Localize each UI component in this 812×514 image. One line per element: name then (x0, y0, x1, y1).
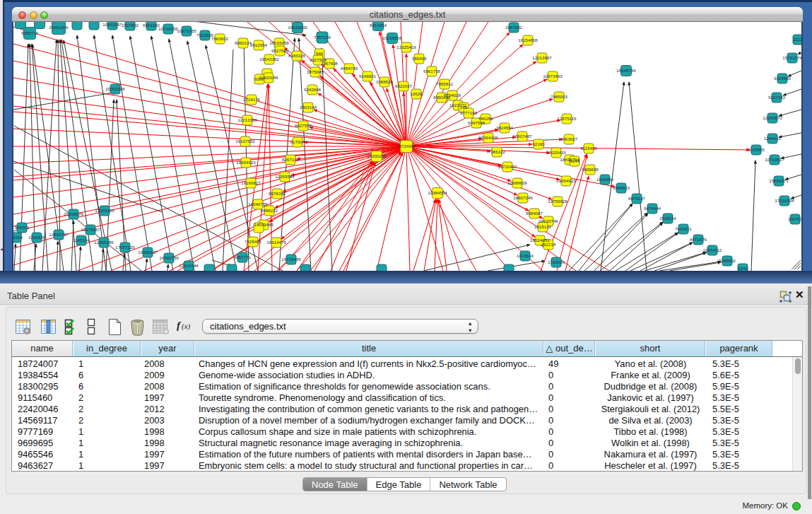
svg-text:2087682: 2087682 (505, 25, 523, 30)
svg-text:12905185: 12905185 (94, 240, 114, 245)
svg-text:9245652: 9245652 (719, 258, 736, 263)
svg-text:1413614: 1413614 (517, 253, 534, 258)
svg-text:18300295: 18300295 (367, 153, 387, 158)
svg-text:9242848: 9242848 (304, 87, 322, 92)
svg-text:1615132: 1615132 (534, 224, 552, 229)
svg-text:13626: 13626 (410, 91, 423, 96)
svg-text:20206578: 20206578 (64, 211, 83, 216)
svg-text:12093872: 12093872 (763, 115, 782, 120)
svg-text:20053346: 20053346 (105, 86, 125, 91)
svg-text:9657771: 9657771 (234, 255, 252, 259)
svg-text:62160: 62160 (532, 141, 545, 146)
svg-text:20364436: 20364436 (478, 135, 498, 140)
svg-text:(x): (x) (182, 322, 191, 331)
svg-text:19654923: 19654923 (556, 178, 576, 183)
svg-text:8660124: 8660124 (235, 40, 252, 45)
svg-text:8267130: 8267130 (282, 157, 300, 162)
svg-text:18226058: 18226058 (269, 40, 289, 45)
svg-text:10120746: 10120746 (539, 218, 558, 223)
svg-text:17359924: 17359924 (95, 208, 114, 213)
svg-text:19756928: 19756928 (548, 199, 567, 204)
svg-text:20691406: 20691406 (49, 25, 69, 30)
svg-text:10046755: 10046755 (248, 201, 268, 206)
svg-text:9227343: 9227343 (768, 95, 786, 100)
svg-text:10688609: 10688609 (507, 180, 527, 185)
svg-text:39154: 39154 (13, 235, 23, 240)
svg-text:10958107: 10958107 (138, 250, 158, 255)
svg-text:16107552: 16107552 (235, 139, 255, 144)
svg-text:10710617: 10710617 (765, 157, 784, 162)
svg-text:1145194: 1145194 (73, 238, 90, 243)
svg-text:2367608: 2367608 (321, 61, 339, 66)
svg-text:746266: 746266 (478, 116, 493, 121)
svg-text:10719155: 10719155 (158, 26, 178, 31)
svg-text:3824554: 3824554 (496, 125, 514, 130)
svg-text:6794028: 6794028 (444, 93, 461, 98)
svg-text:8186326: 8186326 (288, 53, 306, 58)
svg-text:16914479: 16914479 (266, 240, 286, 245)
svg-text:7357224: 7357224 (314, 35, 331, 40)
svg-text:9146821: 9146821 (359, 74, 377, 78)
svg-text:16648784: 16648784 (616, 68, 636, 73)
svg-text:9527505: 9527505 (271, 48, 289, 53)
svg-text:7386322: 7386322 (488, 149, 506, 154)
svg-text:8215955: 8215955 (748, 147, 765, 152)
svg-text:18724007: 18724007 (396, 144, 416, 148)
svg-text:19166827: 19166827 (241, 180, 261, 185)
svg-text:546: 546 (316, 51, 324, 56)
svg-text:19218506: 19218506 (382, 35, 402, 40)
svg-text:16154808: 16154808 (518, 37, 538, 42)
svg-text:15720407: 15720407 (498, 164, 517, 169)
svg-text:9055714: 9055714 (21, 30, 39, 35)
svg-text:1244415: 1244415 (764, 136, 782, 141)
svg-text:10973493: 10973493 (543, 74, 563, 78)
svg-text:19718485: 19718485 (281, 257, 301, 262)
svg-text:7625402: 7625402 (245, 239, 262, 244)
svg-text:14099489: 14099489 (254, 222, 273, 227)
svg-text:9115460: 9115460 (580, 146, 597, 151)
svg-text:3875685: 3875685 (307, 69, 324, 74)
svg-text:12942757: 12942757 (49, 232, 69, 237)
svg-text:8958923: 8958923 (613, 185, 630, 190)
svg-text:18807249: 18807249 (513, 195, 533, 200)
svg-text:10807487: 10807487 (512, 134, 532, 139)
svg-text:8427552: 8427552 (295, 123, 312, 128)
svg-text:f: f (177, 320, 182, 331)
svg-text:252214: 252214 (541, 242, 556, 247)
svg-text:9244: 9244 (570, 158, 579, 163)
svg-text:9290: 9290 (254, 76, 264, 81)
svg-text:9329966: 9329966 (774, 76, 792, 81)
svg-text:10654112: 10654112 (702, 247, 722, 252)
svg-text:9084067: 9084067 (526, 211, 543, 216)
svg-text:1112: 1112 (794, 37, 801, 42)
svg-text:6966160: 6966160 (143, 23, 160, 28)
svg-text:15892971: 15892971 (769, 178, 789, 183)
svg-text:6961758: 6961758 (423, 69, 441, 74)
svg-text:16782759: 16782759 (159, 255, 179, 260)
svg-text:1527602: 1527602 (122, 23, 139, 28)
svg-text:917004: 917004 (290, 139, 305, 144)
svg-text:2803144: 2803144 (300, 105, 317, 110)
svg-text:186409: 186409 (412, 56, 427, 61)
svg-text:9777169: 9777169 (460, 110, 478, 115)
svg-text:12923448: 12923448 (179, 263, 199, 268)
svg-text:13325419: 13325419 (396, 45, 416, 49)
svg-text:12975115: 12975115 (557, 116, 577, 121)
svg-text:17016504: 17016504 (775, 198, 794, 203)
svg-text:2718176: 2718176 (243, 97, 261, 102)
svg-text:19384554: 19384554 (428, 190, 447, 195)
svg-text:7663822: 7663822 (211, 36, 229, 41)
svg-text:16543382: 16543382 (259, 57, 279, 62)
svg-text:9699695: 9699695 (582, 167, 599, 172)
svg-text:12213967: 12213967 (532, 55, 552, 60)
svg-text:12355594: 12355594 (275, 174, 295, 179)
svg-text:9474444: 9474444 (644, 206, 661, 211)
svg-text:945051: 945051 (15, 225, 30, 230)
svg-text:8912954: 8912954 (250, 42, 268, 47)
svg-text:9463627: 9463627 (560, 136, 578, 141)
svg-text:7485003: 7485003 (551, 94, 568, 99)
svg-text:10975867: 10975867 (81, 227, 100, 232)
svg-text:7632621: 7632621 (675, 226, 693, 231)
svg-text:15751074: 15751074 (782, 55, 801, 60)
svg-text:2935114: 2935114 (659, 216, 676, 221)
